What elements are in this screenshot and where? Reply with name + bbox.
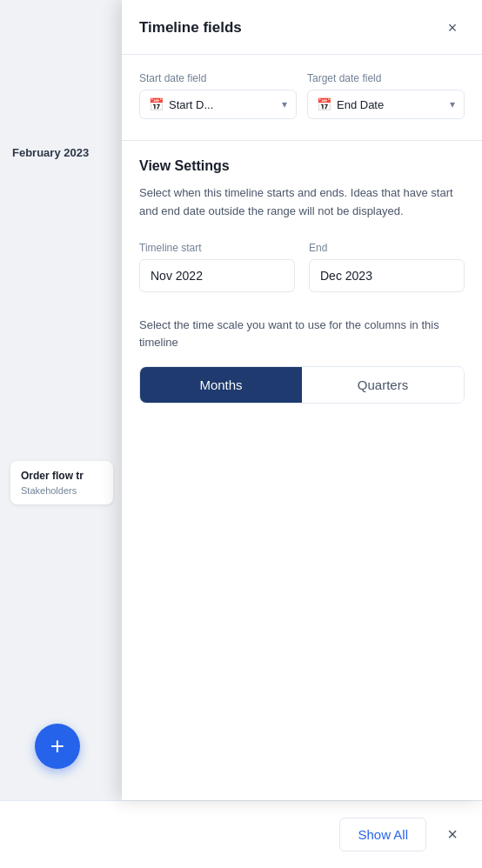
bottom-bar: Show All ×: [0, 800, 482, 868]
timeline-start-label: Timeline start: [139, 242, 295, 254]
target-date-value: End Date: [337, 98, 445, 111]
start-date-value: Start D...: [169, 98, 277, 111]
timescale-description: Select the time scale you want to use fo…: [139, 317, 465, 353]
timeline-start-value[interactable]: Nov 2022: [139, 259, 295, 292]
months-toggle-button[interactable]: Months: [140, 367, 302, 403]
bg-card: Order flow tr Stakeholders: [10, 461, 113, 504]
calendar-icon: 📅: [317, 97, 331, 111]
view-settings-description: Select when this timeline starts and end…: [139, 184, 465, 221]
plus-icon: +: [50, 734, 64, 758]
calendar-icon: 📅: [149, 97, 164, 111]
timescale-toggle-group: Months Quarters: [139, 366, 465, 404]
quarters-toggle-button[interactable]: Quarters: [302, 367, 464, 403]
timeline-end-value[interactable]: Dec 2023: [309, 259, 465, 292]
target-date-label: Target date field: [307, 72, 465, 84]
panel-body: Start date field 📅 Start D... ▾ Target d…: [122, 55, 482, 800]
timeline-end-label: End: [309, 242, 465, 254]
panel-title: Timeline fields: [139, 19, 242, 37]
date-fields-row: Start date field 📅 Start D... ▾ Target d…: [139, 72, 465, 119]
bg-month-header: February 2023: [12, 146, 89, 159]
target-date-group: Target date field 📅 End Date ▾: [307, 72, 465, 119]
show-all-button[interactable]: Show All: [339, 818, 426, 851]
timeline-start-group: Timeline start Nov 2022: [139, 242, 295, 292]
close-icon: ×: [447, 825, 458, 845]
timeline-end-group: End Dec 2023: [309, 242, 465, 292]
bottom-close-button[interactable]: ×: [437, 819, 468, 851]
start-date-label: Start date field: [139, 72, 297, 84]
add-fab-button[interactable]: +: [35, 724, 80, 769]
divider: [122, 140, 482, 141]
start-date-group: Start date field 📅 Start D... ▾: [139, 72, 297, 119]
panel-close-button[interactable]: ×: [440, 16, 465, 40]
chevron-down-icon: ▾: [282, 98, 287, 110]
target-date-select[interactable]: 📅 End Date ▾: [307, 90, 465, 119]
chevron-down-icon: ▾: [450, 98, 455, 110]
bg-card-subtitle: Stakeholders: [21, 485, 103, 496]
start-date-select[interactable]: 📅 Start D... ▾: [139, 90, 297, 119]
bg-card-title: Order flow tr: [21, 470, 103, 482]
close-icon: ×: [448, 19, 458, 37]
timeline-range-row: Timeline start Nov 2022 End Dec 2023: [139, 242, 465, 292]
panel-header: Timeline fields ×: [122, 0, 482, 55]
bg-timeline-area: February 2023 Order flow tr Stakeholders: [0, 0, 122, 800]
timeline-fields-panel: Timeline fields × Start date field 📅 Sta…: [122, 0, 482, 800]
view-settings-title: View Settings: [139, 158, 465, 174]
